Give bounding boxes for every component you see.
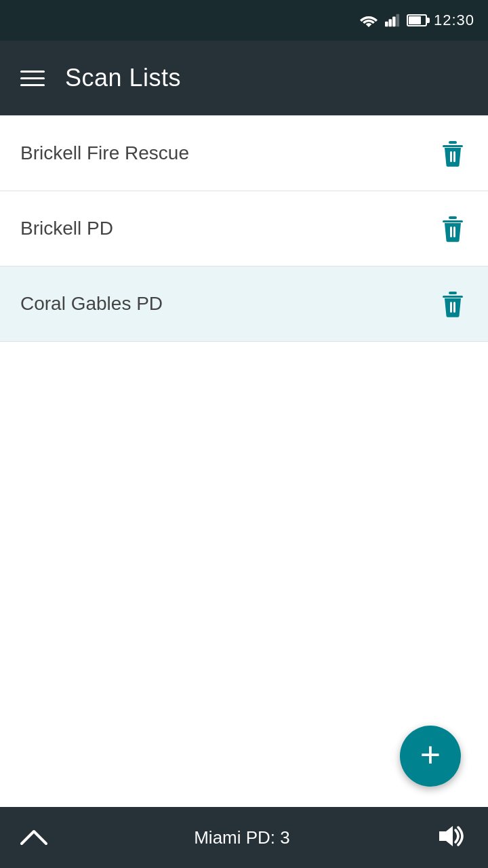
wifi-icon — [359, 14, 378, 27]
list-item-label: Brickell Fire Rescue — [20, 142, 189, 164]
trash-icon — [440, 214, 466, 243]
hamburger-menu-button[interactable] — [20, 71, 45, 86]
list-item[interactable]: Brickell Fire Rescue — [0, 116, 488, 191]
svg-rect-3 — [396, 14, 399, 26]
svg-rect-5 — [449, 141, 457, 144]
status-icons: 12:30 — [359, 12, 474, 29]
status-time: 12:30 — [434, 12, 474, 29]
svg-rect-6 — [450, 151, 452, 162]
list-item-label: Brickell PD — [20, 218, 113, 239]
page-title: Scan Lists — [65, 64, 181, 92]
svg-rect-4 — [443, 145, 463, 147]
list-item-label: Coral Gables PD — [20, 293, 163, 315]
divider-4 — [0, 341, 488, 342]
battery-icon — [407, 14, 427, 26]
svg-rect-10 — [450, 226, 452, 237]
svg-rect-15 — [453, 302, 455, 313]
scan-list: Brickell Fire Rescue Brickell PD — [0, 115, 488, 342]
svg-rect-13 — [449, 292, 457, 294]
svg-rect-2 — [392, 17, 396, 27]
chevron-up-button[interactable] — [20, 827, 47, 848]
trash-icon — [440, 289, 466, 319]
app-bar: Scan Lists — [0, 41, 488, 115]
svg-rect-9 — [449, 216, 457, 219]
svg-rect-11 — [453, 226, 455, 237]
bottom-bar: Miami PD: 3 — [0, 807, 488, 868]
svg-rect-7 — [453, 151, 455, 162]
svg-rect-12 — [443, 296, 463, 298]
chevron-up-icon — [20, 827, 47, 848]
signal-icon — [385, 14, 400, 27]
svg-marker-16 — [439, 826, 453, 846]
svg-rect-8 — [443, 220, 463, 222]
add-scan-list-button[interactable]: + — [400, 726, 461, 787]
delete-button-2[interactable] — [438, 212, 468, 245]
list-item[interactable]: Brickell PD — [0, 191, 488, 266]
delete-button-3[interactable] — [438, 287, 468, 321]
status-bar: 12:30 — [0, 0, 488, 41]
svg-rect-0 — [385, 22, 388, 26]
volume-button[interactable] — [436, 823, 468, 852]
trash-icon — [440, 138, 466, 168]
volume-icon — [436, 823, 468, 849]
bottom-status-label: Miami PD: 3 — [194, 827, 290, 848]
add-icon: + — [420, 737, 441, 772]
svg-rect-1 — [388, 19, 392, 26]
list-item[interactable]: Coral Gables PD — [0, 267, 488, 341]
delete-button-1[interactable] — [438, 136, 468, 170]
svg-rect-14 — [450, 302, 452, 313]
